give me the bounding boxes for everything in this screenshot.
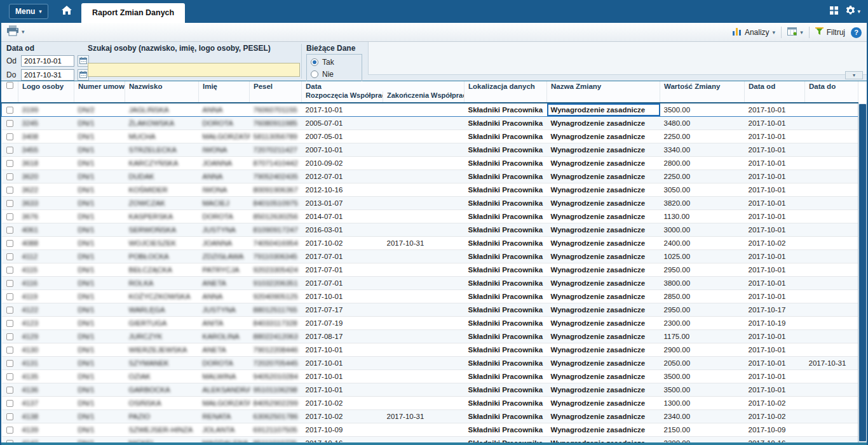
apps-grid-button[interactable] xyxy=(830,6,838,17)
cell-imie[interactable]: ANNA xyxy=(199,170,250,183)
table-row[interactable]: 3245DN/1ŻLAKOWSKADOROTA760809119852005-0… xyxy=(2,117,858,130)
date-to-input[interactable] xyxy=(21,69,74,81)
cell-od[interactable]: 2017-10-17 xyxy=(745,303,805,317)
cell-nazwa[interactable]: Wynagrodzenie zasadnicze xyxy=(547,370,660,383)
cell-rozp[interactable]: 2017-10-02 xyxy=(302,410,383,423)
cell-nazwa[interactable]: Wynagrodzenie zasadnicze xyxy=(547,183,660,197)
cell-pesel[interactable]: 63062501786 xyxy=(250,410,302,423)
cell-do[interactable] xyxy=(805,250,858,263)
row-checkbox[interactable] xyxy=(6,280,13,287)
cell-zak[interactable] xyxy=(383,423,465,437)
table-row[interactable]: 3408DN/1MUCHAMAŁGORZATA581130567892007-0… xyxy=(2,130,858,143)
row-checkbox[interactable] xyxy=(6,427,13,434)
cell-imie[interactable]: KAROLINA xyxy=(199,330,250,343)
cell-nazwa[interactable]: Wynagrodzenie zasadnicze xyxy=(547,343,660,357)
column-header-imie[interactable]: Imię xyxy=(199,81,250,103)
cell-od[interactable]: 2017-10-01 xyxy=(745,277,805,290)
cell-lok[interactable]: Składniki Pracownika xyxy=(465,383,547,397)
column-header-logo[interactable]: Logo osoby xyxy=(18,81,74,103)
cell-nazwa[interactable]: Wynagrodzenie zasadnicze xyxy=(547,397,660,410)
cell-do[interactable] xyxy=(805,170,858,183)
row-checkbox[interactable] xyxy=(6,213,13,220)
cell-zak[interactable] xyxy=(383,223,465,237)
cell-od[interactable]: 2017-10-02 xyxy=(745,410,805,423)
cell-rozp[interactable]: 2016-03-01 xyxy=(302,223,383,237)
cell-logo[interactable]: 3199 xyxy=(18,103,74,117)
cell-logo[interactable]: 4130 xyxy=(18,343,74,357)
cell-lok[interactable]: Składniki Pracownika xyxy=(465,183,547,197)
cell-wartosc[interactable]: 3050.00 xyxy=(660,183,745,197)
cell-pesel[interactable]: 76080911985 xyxy=(250,117,302,130)
cell-zak[interactable] xyxy=(383,263,465,277)
cell-nazwisko[interactable]: STRZELECKA xyxy=(125,143,199,157)
table-row[interactable]: 4136DN/1GARBOCKAALEKSANDRA95101106298201… xyxy=(2,383,858,397)
cell-lok[interactable]: Składniki Pracownika xyxy=(465,250,547,263)
cell-imie[interactable]: ALEKSANDRA xyxy=(199,383,250,397)
home-button[interactable] xyxy=(62,6,72,17)
cell-numer[interactable]: DN/1 xyxy=(74,317,125,330)
cell-pesel[interactable]: 72020705445 xyxy=(250,357,302,370)
cell-od[interactable]: 2017-10-01 xyxy=(745,170,805,183)
cell-zak[interactable] xyxy=(383,370,465,383)
cell-do[interactable] xyxy=(805,423,858,437)
cell-rozp[interactable]: 2017-07-01 xyxy=(302,277,383,290)
search-input[interactable] xyxy=(88,63,300,77)
cell-numer[interactable]: DN/1 xyxy=(74,370,125,383)
row-checkbox[interactable] xyxy=(6,413,13,420)
cell-nazwisko[interactable]: ZOWCZAK xyxy=(125,197,199,210)
cell-zak[interactable]: 2017-10-31 xyxy=(383,410,465,423)
cell-wartosc[interactable]: 3800.00 xyxy=(660,277,745,290)
radio-option-tak[interactable]: Tak xyxy=(311,56,358,68)
cell-pesel[interactable]: 87071410442 xyxy=(250,157,302,170)
cell-logo[interactable]: 3618 xyxy=(18,157,74,170)
filtruj-button[interactable]: Filtruj xyxy=(815,27,845,37)
cell-nazwisko[interactable]: JAGLIŃSKA xyxy=(125,103,199,117)
cell-do[interactable] xyxy=(805,157,858,170)
cell-nazwa[interactable]: Wynagrodzenie zasadnicze xyxy=(547,223,660,237)
table-row[interactable]: 4137DN/1OSIŃSKAMAŁGORZATA840529022992017… xyxy=(2,397,858,410)
cell-lok[interactable]: Składniki Pracownika xyxy=(465,357,547,370)
print-button[interactable] xyxy=(6,25,19,38)
cell-wartosc[interactable]: 3500.00 xyxy=(660,103,745,117)
cell-nazwa[interactable]: Wynagrodzenie zasadnicze xyxy=(547,410,660,423)
cell-pesel[interactable]: 80091906367 xyxy=(250,183,302,197)
cell-do[interactable] xyxy=(805,223,858,237)
cell-lok[interactable]: Składniki Pracownika xyxy=(465,117,547,130)
cell-imie[interactable]: ANETA xyxy=(199,277,250,290)
cell-nazwisko[interactable]: KOŻYCZKOWSKA xyxy=(125,290,199,303)
cell-nazwisko[interactable]: KASPERSKA xyxy=(125,210,199,223)
cell-logo[interactable]: 4061 xyxy=(18,223,74,237)
cell-zak[interactable] xyxy=(383,103,465,117)
cell-wartosc[interactable]: 2950.00 xyxy=(660,303,745,317)
cell-logo[interactable]: 3245 xyxy=(18,117,74,130)
cell-nazwa[interactable]: Wynagrodzenie zasadnicze xyxy=(547,210,660,223)
row-checkbox[interactable] xyxy=(6,200,13,207)
cell-lok[interactable]: Składniki Pracownika xyxy=(465,423,547,437)
cell-od[interactable]: 2017-10-01 xyxy=(745,210,805,223)
table-row[interactable]: 4138DN/1PAZIORENATA630625017862017-10-02… xyxy=(2,410,858,423)
cell-od[interactable]: 2017-10-01 xyxy=(745,117,805,130)
row-checkbox[interactable] xyxy=(6,160,13,167)
row-checkbox[interactable] xyxy=(6,147,13,154)
row-checkbox[interactable] xyxy=(6,253,13,260)
cell-logo[interactable]: 3620 xyxy=(18,170,74,183)
column-header-pesel[interactable]: Pesel xyxy=(250,81,302,103)
cell-rozp[interactable]: 2007-05-01 xyxy=(302,130,383,143)
table-row[interactable]: 4123DN/1GIERTUGAANITA840331173282017-07-… xyxy=(2,317,858,330)
cell-numer[interactable]: DN/1 xyxy=(74,330,125,343)
cell-wartosc[interactable]: 3500.00 xyxy=(660,383,745,397)
cell-lok[interactable]: Składniki Pracownika xyxy=(465,277,547,290)
table-row[interactable]: 4088DN/1WOJCIESZEKJOANNA740504169542017-… xyxy=(2,237,858,250)
cell-numer[interactable]: DN/1 xyxy=(74,410,125,423)
cell-od[interactable]: 2017-10-01 xyxy=(745,290,805,303)
collapse-filters-button[interactable]: ▾ xyxy=(845,71,863,79)
menu-button[interactable]: Menu ▾ xyxy=(9,4,48,19)
cell-wartosc[interactable]: 2250.00 xyxy=(660,130,745,143)
cell-logo[interactable]: 4116 xyxy=(18,277,74,290)
cell-logo[interactable]: 4131 xyxy=(18,357,74,370)
cell-rozp[interactable]: 2012-07-01 xyxy=(302,170,383,183)
cell-nazwisko[interactable]: SERWOŃSKA xyxy=(125,223,199,237)
table-row[interactable]: 4131DN/1SZYMANEKDOROTA720207054452017-10… xyxy=(2,357,858,370)
cell-pesel[interactable]: 69121107505 xyxy=(250,423,302,437)
cell-pesel[interactable]: 84033117328 xyxy=(250,317,302,330)
